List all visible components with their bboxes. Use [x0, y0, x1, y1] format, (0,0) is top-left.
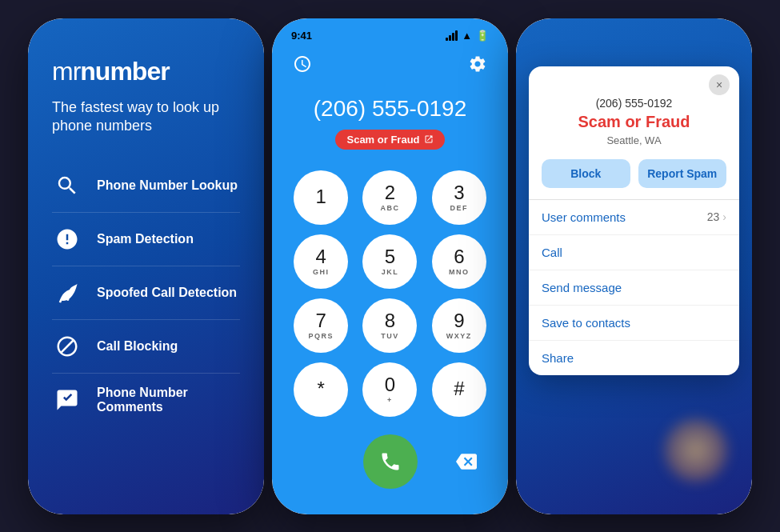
phone-frame-1: mrnumber The fastest way to look up phon… — [28, 18, 264, 514]
feature-comments-label: Phone Number Comments — [97, 386, 240, 414]
blur-decoration — [664, 418, 728, 482]
dial-num-7: 7 — [315, 310, 326, 331]
feature-phone-comments: Phone Number Comments — [52, 374, 240, 426]
report-spam-button[interactable]: Report Spam — [638, 159, 727, 188]
dial-num-star: * — [317, 378, 324, 399]
user-comments-count: 23 — [707, 210, 720, 223]
chevron-right-icon: › — [722, 210, 726, 223]
dial-letters-9: WXYZ — [446, 332, 472, 340]
dial-key-0[interactable]: 0 + — [362, 362, 417, 417]
dial-letters-0: + — [387, 396, 393, 404]
modal-card: × (206) 555-0192 Scam or Fraud Seattle, … — [529, 66, 739, 375]
wifi-icon: ▲ — [462, 30, 472, 42]
dial-key-1[interactable]: 1 — [294, 170, 348, 225]
dial-key-8[interactable]: 8 TUV — [362, 298, 417, 353]
feature-spam-detection: Spam Detection — [52, 213, 240, 266]
dial-num-8: 8 — [385, 310, 395, 331]
brand-number: number — [80, 57, 169, 86]
dial-key-7[interactable]: 7 PQRS — [294, 298, 348, 353]
dial-key-3[interactable]: 3 DEF — [432, 170, 486, 225]
dial-key-9[interactable]: 9 WXYZ — [432, 298, 486, 353]
call-button[interactable] — [363, 434, 418, 489]
sprout-icon — [52, 278, 82, 308]
dial-letters-7: PQRS — [308, 332, 334, 340]
dialpad-grid: 1 2 ABC 3 DEF 4 GHI 5 JKL — [272, 162, 508, 425]
status-icons: ▲ 🔋 — [446, 30, 489, 42]
modal-actions: Block Report Spam — [529, 154, 739, 199]
modal-list: User comments 23 › Call Send message — [529, 199, 739, 375]
dialed-number-section: (206) 555-0192 Scam or Fraud — [272, 88, 508, 162]
screenshots-container: mrnumber The fastest way to look up phon… — [12, 2, 768, 530]
dialed-number: (206) 555-0192 — [288, 96, 492, 122]
dial-letters-5: JKL — [382, 268, 399, 276]
status-bar: 9:41 ▲ 🔋 — [272, 18, 508, 46]
brand-logo: mrnumber — [52, 58, 240, 84]
dial-key-5[interactable]: 5 JKL — [362, 234, 417, 289]
user-comments-label: User comments — [542, 210, 626, 224]
phone-frame-2: 9:41 ▲ 🔋 — [272, 18, 508, 514]
feature-spoofed-call: Spoofed Call Detection — [52, 266, 240, 320]
list-item-user-comments[interactable]: User comments 23 › — [529, 200, 739, 235]
dial-letters-4: GHI — [313, 268, 330, 276]
save-contacts-label: Save to contacts — [542, 316, 630, 330]
dial-num-4: 4 — [315, 246, 326, 267]
battery-icon: 🔋 — [476, 30, 489, 42]
modal-location: Seattle, WA — [529, 133, 739, 154]
dial-num-5: 5 — [385, 246, 395, 267]
modal-header: × — [529, 66, 739, 95]
feature-blocking-label: Call Blocking — [97, 339, 178, 354]
brand-name: mrnumber — [52, 58, 240, 84]
settings-icon[interactable] — [466, 53, 489, 75]
dial-num-1: 1 — [315, 186, 326, 207]
delete-button[interactable] — [450, 446, 482, 478]
dialpad-header — [272, 46, 508, 88]
block-icon — [52, 331, 82, 362]
dial-key-2[interactable]: 2 ABC — [362, 170, 417, 225]
dial-letters-2: ABC — [380, 204, 399, 212]
dial-key-4[interactable]: 4 GHI — [294, 234, 348, 289]
dial-key-star[interactable]: * — [294, 362, 348, 417]
brand-tagline: The fastest way to look up phone numbers — [52, 98, 240, 136]
dial-num-6: 6 — [454, 246, 464, 267]
screen2: 9:41 ▲ 🔋 — [272, 18, 508, 514]
brand-mr: mr — [52, 57, 80, 86]
exclamation-icon — [52, 224, 82, 254]
list-item-send-message[interactable]: Send message — [529, 270, 739, 306]
scam-badge[interactable]: Scam or Fraud — [335, 130, 444, 150]
close-button[interactable]: × — [709, 74, 730, 95]
feature-spoofed-label: Spoofed Call Detection — [97, 286, 237, 300]
dial-letters-8: TUV — [381, 332, 399, 340]
dial-num-9: 9 — [454, 310, 464, 331]
phone-frame-3: × (206) 555-0192 Scam or Fraud Seattle, … — [516, 18, 752, 514]
search-icon — [52, 170, 82, 201]
screen3: × (206) 555-0192 Scam or Fraud Seattle, … — [516, 18, 752, 514]
dial-key-hash[interactable]: # — [432, 362, 486, 417]
scam-badge-text: Scam or Fraud — [346, 134, 419, 146]
call-label: Call — [542, 246, 562, 259]
feature-phone-lookup-label: Phone Number Lookup — [97, 178, 238, 193]
chat-check-icon — [52, 385, 82, 415]
send-message-label: Send message — [542, 281, 622, 294]
dial-letters-6: MNO — [449, 268, 470, 276]
feature-spam-label: Spam Detection — [97, 232, 194, 246]
dial-num-3: 3 — [454, 182, 464, 203]
dial-num-hash: # — [454, 378, 464, 399]
list-item-save-contacts[interactable]: Save to contacts — [529, 306, 739, 341]
list-item-share[interactable]: Share — [529, 341, 739, 375]
list-item-call[interactable]: Call — [529, 235, 739, 270]
dial-key-6[interactable]: 6 MNO — [432, 234, 486, 289]
signal-icon — [446, 30, 458, 41]
modal-scam-label: Scam or Fraud — [529, 111, 739, 133]
feature-call-blocking: Call Blocking — [52, 320, 240, 374]
feature-phone-lookup: Phone Number Lookup — [52, 159, 240, 213]
dial-letters-3: DEF — [450, 204, 469, 212]
dial-num-2: 2 — [385, 182, 395, 203]
dialpad-bottom — [272, 425, 508, 505]
user-comments-value: 23 › — [707, 210, 726, 223]
dial-num-0: 0 — [385, 374, 395, 395]
modal-phone-number: (206) 555-0192 — [529, 95, 739, 111]
screen1: mrnumber The fastest way to look up phon… — [28, 18, 264, 514]
clock-icon[interactable] — [291, 53, 314, 75]
feature-list: Phone Number Lookup Spam Detection — [52, 159, 240, 426]
block-button[interactable]: Block — [542, 159, 630, 188]
